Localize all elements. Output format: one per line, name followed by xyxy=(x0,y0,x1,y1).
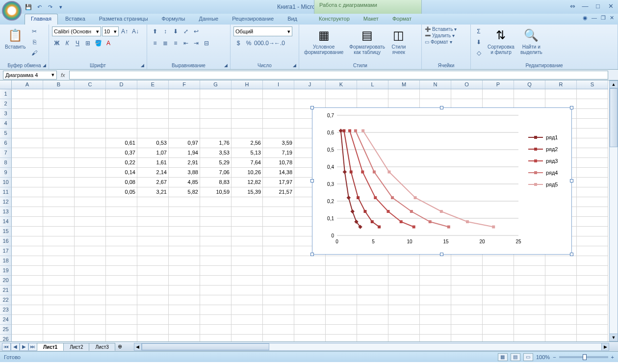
cell[interactable] xyxy=(169,305,200,315)
cell[interactable]: 5,13 xyxy=(232,148,263,158)
chart-object[interactable]: 00,10,20,30,40,50,60,70510152025ряд1ряд2… xyxy=(312,107,572,255)
cell[interactable] xyxy=(12,148,43,158)
cell[interactable] xyxy=(75,168,106,178)
cell[interactable] xyxy=(451,305,483,315)
sheet-tab-2[interactable]: Лист2 xyxy=(63,343,89,351)
cell[interactable] xyxy=(200,197,232,207)
cell[interactable] xyxy=(577,256,608,266)
cell[interactable] xyxy=(106,217,137,227)
italic-icon[interactable]: К xyxy=(62,38,72,48)
find-select-button[interactable]: 🔍Найти и выделить xyxy=(518,26,544,56)
cell[interactable] xyxy=(75,295,106,305)
cell[interactable] xyxy=(12,256,43,266)
cell[interactable] xyxy=(263,305,294,315)
cell[interactable] xyxy=(514,256,545,266)
cell[interactable] xyxy=(232,217,263,227)
cell[interactable] xyxy=(483,89,514,99)
cell[interactable] xyxy=(43,286,75,295)
cell[interactable] xyxy=(43,158,75,168)
cell[interactable] xyxy=(169,246,200,256)
column-header[interactable]: I xyxy=(263,80,294,89)
cell[interactable] xyxy=(106,266,137,276)
cell[interactable] xyxy=(514,305,545,315)
bold-icon[interactable]: Ж xyxy=(52,38,62,48)
row-header[interactable]: 6 xyxy=(0,138,12,148)
column-header[interactable]: F xyxy=(169,80,200,89)
cell[interactable] xyxy=(294,266,326,276)
column-header[interactable]: K xyxy=(326,80,357,89)
cell[interactable] xyxy=(420,286,451,295)
cell[interactable] xyxy=(577,148,608,158)
align-right-icon[interactable]: ≡ xyxy=(171,38,180,48)
format-painter-icon[interactable]: 🖌 xyxy=(29,48,39,58)
cell[interactable] xyxy=(137,236,169,246)
row-header[interactable]: 8 xyxy=(0,158,12,168)
decrease-indent-icon[interactable]: ⇤ xyxy=(181,38,191,48)
cell[interactable] xyxy=(420,335,451,341)
cell[interactable] xyxy=(137,207,169,217)
cell[interactable] xyxy=(420,276,451,286)
cell[interactable] xyxy=(294,256,326,266)
column-header[interactable]: S xyxy=(577,80,608,89)
cell[interactable] xyxy=(169,109,200,119)
cell[interactable] xyxy=(263,197,294,207)
cell[interactable] xyxy=(106,109,137,119)
wrap-text-icon[interactable]: ↩ xyxy=(191,26,201,36)
cell[interactable] xyxy=(577,207,608,217)
cell[interactable] xyxy=(232,119,263,129)
cell[interactable] xyxy=(294,276,326,286)
qat-customize-icon[interactable]: ▾ xyxy=(57,3,65,11)
cell[interactable] xyxy=(577,246,608,256)
column-header[interactable]: H xyxy=(232,80,263,89)
cell[interactable] xyxy=(577,187,608,197)
fx-icon[interactable]: fx xyxy=(61,72,65,78)
row-header[interactable]: 21 xyxy=(0,286,12,295)
cell[interactable] xyxy=(12,197,43,207)
cell[interactable] xyxy=(483,325,514,335)
cell[interactable] xyxy=(169,217,200,227)
cell[interactable] xyxy=(483,335,514,341)
cell[interactable] xyxy=(106,276,137,286)
cell[interactable] xyxy=(388,325,420,335)
cell[interactable] xyxy=(263,89,294,99)
sheet-nav-first-icon[interactable]: ⏮ xyxy=(2,343,11,351)
cell[interactable]: 3,59 xyxy=(263,138,294,148)
cell[interactable] xyxy=(137,256,169,266)
cell[interactable] xyxy=(263,99,294,109)
cell[interactable] xyxy=(357,286,388,295)
cell[interactable] xyxy=(12,207,43,217)
cell[interactable]: 2,67 xyxy=(137,178,169,187)
cell[interactable] xyxy=(420,305,451,315)
cell[interactable] xyxy=(420,325,451,335)
column-header[interactable]: C xyxy=(75,80,106,89)
scroll-up-icon[interactable]: ▲ xyxy=(609,80,618,88)
cell[interactable] xyxy=(483,256,514,266)
row-header[interactable]: 22 xyxy=(0,295,12,305)
cell[interactable] xyxy=(483,305,514,315)
cell[interactable]: 17,97 xyxy=(263,178,294,187)
office-button[interactable] xyxy=(2,1,22,21)
hscroll-thumb[interactable] xyxy=(142,343,269,350)
cell[interactable] xyxy=(200,89,232,99)
cell[interactable] xyxy=(577,276,608,286)
cell[interactable] xyxy=(294,286,326,295)
cell[interactable] xyxy=(388,305,420,315)
cell[interactable] xyxy=(232,109,263,119)
cell[interactable] xyxy=(294,335,326,341)
cell[interactable] xyxy=(12,227,43,236)
cell[interactable] xyxy=(232,256,263,266)
cell[interactable] xyxy=(75,138,106,148)
row-header[interactable]: 23 xyxy=(0,305,12,315)
cell[interactable] xyxy=(12,129,43,138)
cell[interactable] xyxy=(75,109,106,119)
cell[interactable]: 0,37 xyxy=(106,148,137,158)
cell[interactable] xyxy=(12,168,43,178)
cell[interactable] xyxy=(43,129,75,138)
cell[interactable] xyxy=(75,305,106,315)
cell[interactable] xyxy=(169,286,200,295)
cell[interactable]: 7,19 xyxy=(263,148,294,158)
cell[interactable] xyxy=(577,286,608,295)
cell[interactable] xyxy=(232,89,263,99)
column-header[interactable]: R xyxy=(545,80,577,89)
cell[interactable] xyxy=(43,178,75,187)
